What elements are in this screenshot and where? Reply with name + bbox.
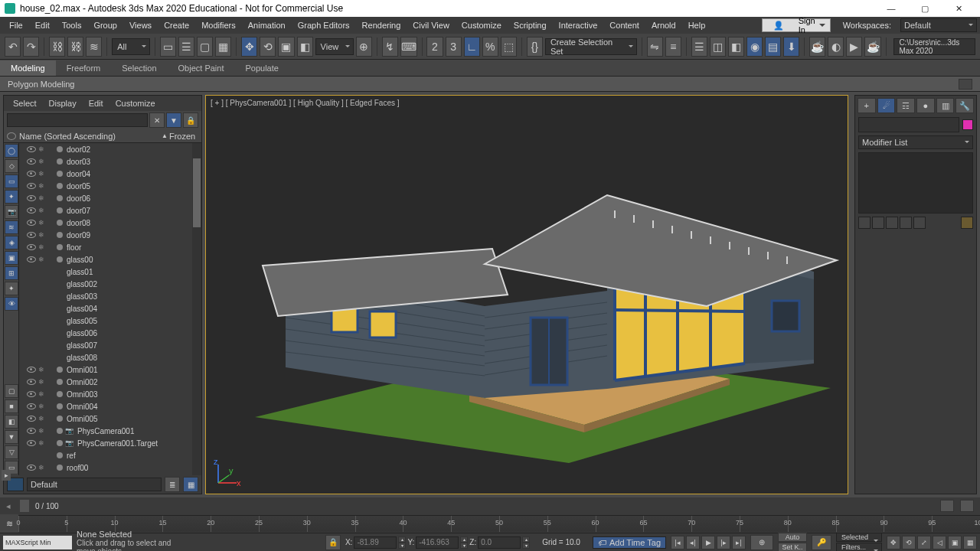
- scene-item[interactable]: ❄Omni001: [19, 364, 192, 376]
- play-button[interactable]: ▶: [701, 536, 715, 549]
- scene-item[interactable]: ❄Omni005: [19, 412, 192, 425]
- select-region-button[interactable]: ▢: [197, 37, 213, 57]
- configure-icon[interactable]: [961, 217, 973, 229]
- fov-icon[interactable]: ◁: [933, 536, 946, 549]
- modify-tab-icon[interactable]: ☄: [877, 98, 896, 113]
- z-field[interactable]: 0.0: [478, 536, 521, 549]
- maxscript-listener[interactable]: MAXScript Min: [3, 536, 72, 549]
- show-end-result-icon[interactable]: [872, 217, 884, 229]
- key-filters-dropdown[interactable]: Filters...: [836, 543, 882, 551]
- filter-helpers-icon[interactable]: ≋: [5, 220, 18, 234]
- unlink-button[interactable]: ⛓̸: [67, 37, 83, 57]
- ribbon-tab-object-paint[interactable]: Object Paint: [168, 60, 235, 76]
- make-unique-icon[interactable]: [886, 217, 898, 229]
- time-slider-bar[interactable]: ◂ 0 / 100: [0, 497, 980, 514]
- render-prod-button[interactable]: ☕: [809, 37, 825, 57]
- freeze-icon[interactable]: ❄: [38, 231, 46, 239]
- visibility-icon[interactable]: [27, 416, 36, 422]
- explorer-menu-display[interactable]: Display: [43, 97, 83, 109]
- clear-search-button[interactable]: ✕: [149, 112, 165, 128]
- scene-item[interactable]: ❄Omni004: [19, 400, 192, 412]
- explorer-menu-select[interactable]: Select: [7, 97, 43, 109]
- key-filters-icon[interactable]: 🔑: [812, 535, 831, 550]
- scene-item[interactable]: ❄door02: [19, 143, 192, 155]
- menu-modifiers[interactable]: Modifiers: [195, 18, 242, 32]
- modifier-stack[interactable]: [858, 152, 973, 214]
- link-button[interactable]: ⛓: [49, 37, 65, 57]
- modifier-list-dropdown[interactable]: Modifier List: [858, 135, 973, 149]
- filter-groups-icon[interactable]: ▣: [5, 251, 18, 265]
- freeze-icon[interactable]: ❄: [38, 243, 46, 251]
- visibility-icon[interactable]: [27, 146, 36, 152]
- menu-create[interactable]: Create: [158, 18, 195, 32]
- scene-item[interactable]: glass007: [19, 339, 192, 351]
- freeze-icon[interactable]: ❄: [38, 194, 46, 202]
- snap-2d-button[interactable]: 2: [426, 37, 443, 57]
- scene-item[interactable]: ref: [19, 449, 192, 461]
- scrollbar[interactable]: [192, 143, 201, 475]
- display-tab-icon[interactable]: ▥: [936, 98, 955, 113]
- visibility-icon[interactable]: [27, 379, 36, 385]
- freeze-icon[interactable]: ❄: [38, 464, 46, 471]
- freeze-icon[interactable]: ❄: [38, 170, 46, 178]
- ribbon-tab-modeling[interactable]: Modeling: [0, 60, 56, 76]
- key-target-dropdown[interactable]: Selected: [836, 533, 882, 542]
- visibility-icon[interactable]: [27, 207, 36, 214]
- rotate-button[interactable]: ⟲: [260, 37, 276, 57]
- menu-scripting[interactable]: Scripting: [508, 18, 553, 32]
- filter-lights-icon[interactable]: ✦: [5, 190, 18, 204]
- freeze-icon[interactable]: ❄: [38, 145, 46, 153]
- scene-item[interactable]: ❄door03: [19, 155, 192, 168]
- select-name-button[interactable]: ☰: [178, 37, 194, 57]
- visibility-icon[interactable]: [27, 465, 36, 471]
- redo-button[interactable]: ↷: [23, 37, 39, 57]
- scene-item[interactable]: ❄door06: [19, 192, 192, 204]
- display-all-icon[interactable]: ■: [5, 399, 18, 413]
- timeline-head-icon[interactable]: ≋: [0, 514, 18, 533]
- ribbon-tab-selection[interactable]: Selection: [111, 60, 167, 76]
- zoom-ext-icon[interactable]: ▣: [948, 536, 962, 549]
- window-crossing-button[interactable]: ▦: [215, 37, 231, 57]
- scene-item[interactable]: ❄glass00: [19, 253, 192, 266]
- visibility-icon[interactable]: [27, 171, 36, 177]
- filter-all-icon[interactable]: ◯: [5, 144, 18, 158]
- expand-icon[interactable]: ▽: [5, 445, 18, 459]
- filter-bones-icon[interactable]: ✦: [5, 282, 18, 295]
- freeze-icon[interactable]: ❄: [38, 158, 46, 165]
- sign-in-button[interactable]: 👤Sign In: [762, 18, 831, 32]
- utilities-tab-icon[interactable]: 🔧: [956, 98, 974, 113]
- menu-help[interactable]: Help: [682, 18, 712, 32]
- scene-item[interactable]: glass005: [19, 315, 192, 327]
- visibility-icon[interactable]: [27, 195, 36, 201]
- hierarchy-tab-icon[interactable]: ☶: [897, 98, 915, 113]
- menu-rendering[interactable]: Rendering: [356, 18, 407, 32]
- scene-item[interactable]: glass004: [19, 302, 192, 315]
- menu-interactive[interactable]: Interactive: [553, 18, 604, 32]
- project-path[interactable]: C:\Users\nic...3ds Max 2020: [893, 38, 975, 55]
- menu-content[interactable]: Content: [603, 18, 645, 32]
- align-button[interactable]: ≡: [665, 37, 681, 57]
- render-iter-button[interactable]: ◐: [828, 37, 844, 57]
- schematic-view-button[interactable]: ◧: [728, 37, 744, 57]
- x-field[interactable]: -81.89: [354, 536, 397, 549]
- scene-item[interactable]: ❄door07: [19, 204, 192, 217]
- visibility-icon[interactable]: [27, 244, 36, 250]
- freeze-icon[interactable]: ❄: [38, 256, 46, 263]
- select-object-button[interactable]: ▭: [160, 37, 176, 57]
- scene-item[interactable]: ❄door05: [19, 180, 192, 192]
- freeze-icon[interactable]: ❄: [38, 439, 46, 447]
- explorer-collapse-icon[interactable]: ▸: [2, 470, 11, 481]
- goto-start-button[interactable]: |◂: [671, 536, 684, 549]
- explorer-menu-customize[interactable]: Customize: [109, 97, 162, 109]
- freeze-icon[interactable]: ❄: [38, 182, 46, 190]
- y-field[interactable]: -416.963: [416, 536, 459, 549]
- edit-selection-set-button[interactable]: {}: [527, 37, 543, 57]
- z-spinner[interactable]: ▴▾: [522, 536, 530, 549]
- menu-group[interactable]: Group: [87, 18, 123, 32]
- freeze-icon[interactable]: ❄: [38, 427, 46, 435]
- viewport-label[interactable]: [ + ] [ PhysCamera001 ] [ High Quality ]…: [211, 99, 400, 107]
- time-slider-handle[interactable]: [20, 500, 29, 512]
- display-none-icon[interactable]: ▢: [5, 384, 18, 398]
- scene-item[interactable]: ❄Omni002: [19, 376, 192, 388]
- menu-arnold[interactable]: Arnold: [645, 18, 682, 32]
